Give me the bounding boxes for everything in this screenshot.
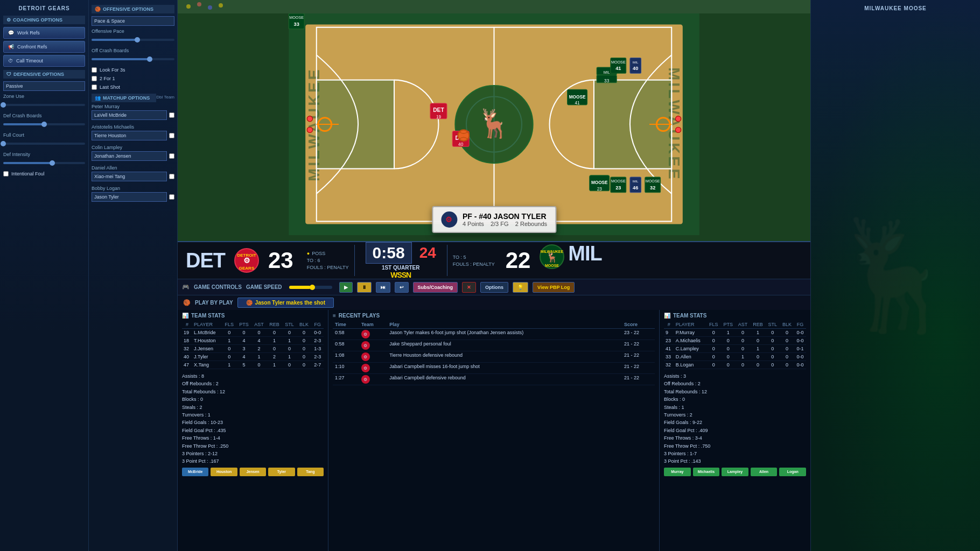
plays-team-col: Team: [359, 321, 387, 329]
dbl-check-3[interactable]: [169, 174, 174, 179]
center-panel: MILWAUKEE MILWAUKEE: [178, 0, 810, 551]
popup-team-logo: ⚙: [441, 211, 457, 228]
game-clock: 0:58: [366, 242, 412, 264]
play-button[interactable]: ▶: [339, 282, 353, 293]
svg-point-2: [197, 2, 201, 6]
last-shot-checkbox[interactable]: [92, 84, 97, 90]
det-player-table: # PLAYER FLS PTS AST REB STL BLK FG 19: [182, 321, 324, 369]
def-crash-label: Def Crash Boards: [3, 113, 85, 118]
svg-rect-0: [178, 0, 810, 13]
right-panel: MILWAUKEE MOOSE 🦌: [810, 0, 980, 551]
det-player-32[interactable]: DET 19: [430, 103, 447, 119]
subs-coaching-button[interactable]: Subs/Coaching: [413, 282, 458, 293]
matchup-row-2: Colin Lampley Jonathan Jensen: [92, 145, 174, 161]
det-field-goals: Field Goals : 10-23: [182, 419, 324, 426]
dbl-check-4[interactable]: [169, 194, 174, 200]
lightbulb-icon: 💡: [513, 282, 528, 293]
matchup-select-1[interactable]: Tierre Houston: [92, 131, 167, 140]
defensive-strategy-select[interactable]: Passive Aggressive Normal: [3, 81, 85, 91]
full-court-slider[interactable]: [3, 140, 85, 147]
svg-text:DET: DET: [433, 107, 444, 113]
mil-player-23[interactable]: MOOSE 23: [590, 175, 610, 192]
mil-player-41[interactable]: MOOSE 41: [568, 89, 587, 105]
mil-assists: Assists : 3: [664, 372, 806, 380]
mil-stats-header: 📊 TEAM STATS: [664, 313, 806, 319]
player-popup[interactable]: ⚙ PF - #40 JASON TYLER 4 Points 2/3 FG 2…: [432, 206, 556, 233]
mil-three-pointers: 3 Pointers : 1-7: [664, 450, 806, 457]
svg-text:32: 32: [650, 185, 655, 190]
svg-text:MIL: MIL: [604, 70, 610, 75]
svg-text:33: 33: [604, 79, 610, 83]
player-color-tag: Murray: [664, 468, 691, 476]
table-row: 41 C.Lampley 0 0 0 1 0 0 0-1: [664, 345, 806, 353]
work-refs-button[interactable]: 💬 Work Refs: [3, 27, 85, 39]
off-crash-slider[interactable]: [92, 55, 174, 63]
dbl-check-2[interactable]: [169, 153, 174, 159]
def-crash-slider[interactable]: [3, 121, 85, 128]
plays-time-col: Time: [333, 321, 359, 329]
plays-play-col: Play: [387, 321, 622, 329]
list-item: 1:08 ⚙ Tierre Houston defensive rebound …: [333, 351, 655, 363]
mil-player-table: # PLAYER FLS PTS AST REB STL BLK FG 9 P.…: [664, 321, 806, 369]
bottom-data: 📊 TEAM STATS # PLAYER FLS PTS AST REB S: [178, 310, 810, 551]
next-button[interactable]: ⏭: [376, 282, 390, 293]
mil-col-fg: FG: [794, 321, 806, 329]
network-logo: WSSN: [390, 271, 411, 279]
options-button[interactable]: Options: [480, 282, 508, 293]
megaphone-icon: 📢: [8, 44, 14, 50]
matchup-select-0[interactable]: LaVell McBride: [92, 110, 167, 120]
offensive-strategy-select[interactable]: Pace & Space Motion Post Up: [92, 16, 174, 26]
pause-button[interactable]: ⏸: [357, 282, 372, 293]
table-row: 47 X.Tang 1 5 0 1 0 0 2-7: [182, 361, 324, 369]
zone-use-slider[interactable]: [3, 101, 85, 109]
svg-text:41: 41: [575, 101, 580, 105]
mil-three-pct: 3 Point Pct : .143: [664, 457, 806, 465]
scoreboard: DET DETROIT ⚙ GEARS 23 ● POSS T: [178, 241, 810, 279]
confront-refs-button[interactable]: 📢 Confront Refs: [3, 41, 85, 53]
player-color-tag: Lampley: [722, 468, 748, 476]
svg-text:MOOSE: MOOSE: [646, 179, 660, 183]
svg-point-4: [219, 3, 223, 8]
def-intensity-slider[interactable]: [3, 159, 85, 167]
x-button[interactable]: ✕: [462, 282, 476, 293]
col-blk: BLK: [297, 321, 311, 329]
mil-fg-pct: Field Goal Pct : .409: [664, 427, 806, 434]
left-team-title: DETROIT GEARS: [3, 3, 85, 13]
view-pbp-button[interactable]: View PBP Log: [533, 282, 575, 293]
det-score-team: DET DETROIT ⚙ GEARS 23: [178, 242, 302, 279]
matchup-player-4: Bobby Logan: [92, 186, 174, 191]
call-timeout-button[interactable]: ⏱ Call Timeout: [3, 55, 85, 67]
mil-off-rebounds: Off Rebounds : 2: [664, 380, 806, 387]
matchup-select-4[interactable]: Jason Tyler: [92, 192, 167, 202]
game-speed-slider[interactable]: [289, 286, 332, 289]
dbl-check-1[interactable]: [169, 133, 174, 138]
matchup-select-3[interactable]: Xiao-mei Tang: [92, 172, 167, 181]
col-pts: PTS: [236, 321, 251, 329]
audience-banner-top: [178, 0, 810, 13]
matchup-row-0: Peter Murray LaVell McBride: [92, 104, 174, 120]
svg-text:MOOSE: MOOSE: [611, 179, 626, 183]
intentional-foul-checkbox[interactable]: [3, 171, 9, 176]
two-for-one-checkbox[interactable]: [92, 76, 97, 81]
controls-bar: 🎮 GAME CONTROLS GAME SPEED ▶ ⏸ ⏭ ↩ Subs/…: [178, 279, 810, 295]
popup-info: PF - #40 JASON TYLER 4 Points 2/3 FG 2 R…: [463, 212, 547, 227]
mil-score: 22: [500, 242, 536, 279]
game-speed-fill: [289, 286, 311, 289]
matchup-player-1: Aristotelis Michaelis: [92, 124, 174, 130]
matchup-options-header: 👥 MATCHUP OPTIONS: [92, 94, 156, 102]
offensive-pace-slider[interactable]: [92, 36, 174, 44]
pbp-bar: 🏀 PLAY BY PLAY 🏀 Jason Tyler makes the s…: [178, 295, 810, 310]
det-three-pct: 3 Point Pct : .167: [182, 457, 324, 465]
coaching-options-header: ⚙ COACHING OPTIONS: [3, 16, 85, 24]
pbp-icon: 🏀: [183, 299, 191, 306]
rewind-button[interactable]: ↩: [395, 282, 409, 293]
dbl-check-0[interactable]: [169, 112, 174, 118]
det-ft-pct: Free Throw Pct : .250: [182, 442, 324, 450]
mil-col-fls: FLS: [706, 321, 720, 329]
mil-stats-panel: 📊 TEAM STATS # PLAYER FLS PTS AST REB S: [660, 310, 810, 551]
look-for-3s-checkbox[interactable]: [92, 67, 97, 73]
matchup-select-2[interactable]: Jonathan Jensen: [92, 151, 167, 161]
det-score: 23: [268, 248, 293, 273]
last-shot-row: Last Shot: [92, 84, 174, 90]
svg-text:🦌: 🦌: [546, 251, 558, 263]
